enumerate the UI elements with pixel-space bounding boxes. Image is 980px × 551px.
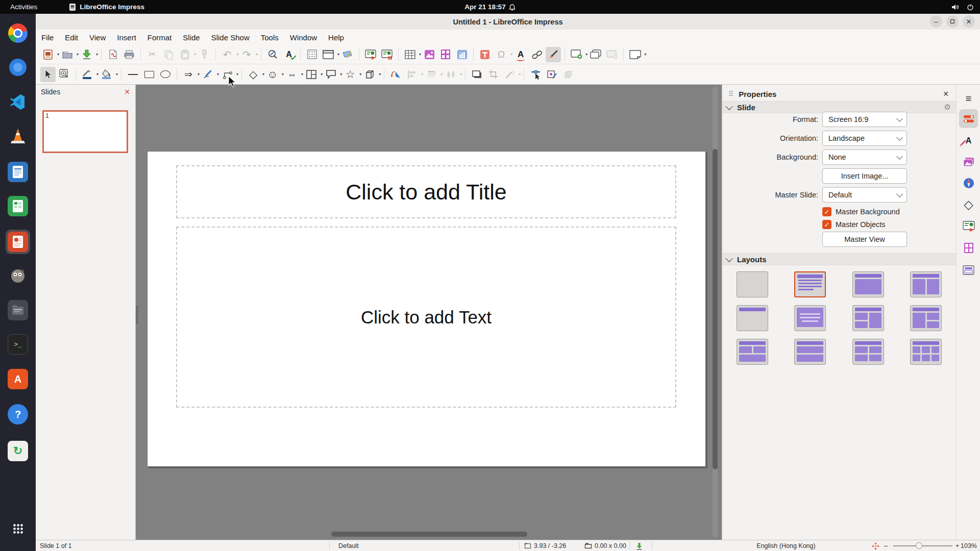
vertical-scrollbar[interactable] [713,87,718,538]
shadow-button[interactable] [469,67,484,82]
menu-format[interactable]: Format [142,30,178,45]
save-dropdown-caret[interactable]: ▾ [96,52,98,57]
edit-points-button[interactable] [528,67,543,82]
layouts-section-header[interactable]: Layouts [722,253,956,265]
minimize-button[interactable]: – [930,15,942,28]
slide-canvas[interactable]: Click to add Title Click to add Text [147,151,706,467]
menu-slide-show[interactable]: Slide Show [206,30,255,45]
menu-help[interactable]: Help [323,30,350,45]
new-presentation-button[interactable] [40,47,56,62]
connectors-button[interactable] [219,67,235,82]
dock-writer-icon[interactable] [6,160,30,184]
slide-properties-button[interactable] [627,47,643,62]
lines-arrows-dropdown-caret[interactable]: ▾ [198,72,200,77]
line-color-button[interactable] [80,67,95,82]
master-background-checkbox-row[interactable]: ✓ Master Background [822,206,900,217]
sidebar-tab-properties[interactable] [959,109,978,128]
slide-thumbnail-1[interactable]: 1 [42,110,128,153]
clock-area[interactable]: Apr 21 18:57 [0,3,980,11]
zoom-slider-track[interactable] [893,545,952,546]
menu-tools[interactable]: Tools [255,30,284,45]
sidebar-menu-button[interactable]: ≡ [959,89,978,108]
master-objects-checkbox-row[interactable]: ✓ Master Objects [822,219,886,230]
sidebar-tab-master-slides[interactable] [959,261,978,280]
callouts-button[interactable] [323,67,338,82]
dock-calc-icon[interactable] [6,194,30,218]
select-tool-button[interactable] [40,67,56,82]
flowchart-dropdown-caret[interactable]: ▾ [321,72,323,77]
layout-thumb-six-content[interactable] [910,339,942,365]
insert-text-box-button[interactable] [477,47,493,62]
sidebar-tab-animation[interactable] [959,238,978,257]
layout-thumb-content-and-two-content[interactable] [910,305,942,331]
vertical-scrollbar-thumb[interactable] [713,149,718,469]
zoom-slider[interactable] [893,540,952,551]
panel-splitter-handle[interactable] [136,306,138,324]
insert-media-button[interactable] [438,47,453,62]
sidebar-tab-gallery[interactable] [959,153,978,171]
zoom-out-button[interactable]: – [884,540,888,551]
show-draw-functions-button[interactable] [546,47,561,62]
insert-table-dropdown-caret[interactable]: ▾ [419,52,421,57]
restore-button[interactable] [946,15,959,28]
master-objects-checkbox[interactable]: ✓ [822,220,831,229]
curves-polygons-button[interactable] [200,67,215,82]
window-title-bar[interactable]: Untitled 1 - LibreOffice Impress – ✕ [36,14,980,30]
dock-help-icon[interactable]: ? [6,402,30,427]
section-settings-gear-icon[interactable]: ⚙ [944,103,951,112]
display-views-button[interactable] [321,47,336,62]
slide-style-status[interactable]: Default [338,540,359,551]
menu-slide[interactable]: Slide [177,30,205,45]
hyperlink-button[interactable] [529,47,545,62]
close-button[interactable]: ✕ [963,15,975,28]
horizontal-scrollbar-thumb[interactable] [331,532,527,537]
fontwork-button[interactable]: A [513,47,528,62]
flowchart-button[interactable] [304,67,319,82]
master-view-button[interactable]: Master View [822,232,907,247]
sidebar-tab-shapes[interactable]: ◇ [959,195,978,214]
start-from-current-slide-button[interactable] [379,47,395,62]
panel-drag-handle-icon[interactable]: ⠿ [728,90,733,98]
power-icon[interactable] [967,4,974,11]
menu-edit[interactable]: Edit [59,30,84,45]
edit-mode-button[interactable] [340,47,355,62]
rectangle-button[interactable] [141,67,157,82]
symbol-shapes-dropdown-caret[interactable]: ▾ [282,72,284,77]
line-color-dropdown-caret[interactable]: ▾ [96,72,99,77]
insert-image-button[interactable] [422,47,437,62]
save-button[interactable] [79,47,94,62]
dock-vscode-icon[interactable] [6,90,30,114]
stars-button[interactable]: ☆ [342,67,358,82]
layout-thumb-title-only[interactable] [737,305,768,331]
dock-show-applications-icon[interactable] [6,516,30,541]
background-dropdown[interactable]: None [822,149,907,165]
slide-properties-dropdown-caret[interactable]: ▾ [644,52,646,57]
layout-thumb-title-content-box[interactable] [852,271,884,297]
slides-panel-close-icon[interactable]: ✕ [124,88,130,96]
new-dropdown-caret[interactable]: ▾ [57,52,59,57]
format-dropdown[interactable]: Screen 16:9 [822,112,907,127]
layout-thumb-title-content-selected[interactable] [794,271,826,297]
fit-slide-icon[interactable] [872,540,879,551]
sidebar-tab-navigator[interactable] [959,173,978,192]
gluepoints-button[interactable] [544,67,559,82]
sidebar-tab-slide-transition[interactable] [959,217,978,236]
text-language-status[interactable]: English (Hong Kong) [735,540,837,551]
basic-shapes-dropdown-caret[interactable]: ▾ [262,72,264,77]
fill-color-button[interactable] [99,67,114,82]
new-slide-dropdown-caret[interactable]: ▾ [585,52,587,57]
3d-objects-dropdown-caret[interactable]: ▾ [379,72,381,77]
open-dropdown-caret[interactable]: ▾ [77,52,79,57]
ellipse-button[interactable] [158,67,173,82]
properties-close-icon[interactable]: ✕ [943,90,949,98]
layout-thumb-title-two-content[interactable] [910,271,942,297]
dock-ubuntu-software-icon[interactable]: A [6,367,30,391]
layout-thumb-content-over-content[interactable] [794,339,826,365]
master-slide-dropdown[interactable]: Default [822,187,907,203]
layout-thumb-two-content-and-content[interactable] [852,305,884,331]
insert-chart-button[interactable] [454,47,470,62]
object-size-status[interactable]: 0.00 x 0.00 [584,540,626,551]
dock-software-updater-icon[interactable]: ↻ [6,439,30,463]
basic-shapes-button[interactable]: ◇ [246,67,261,82]
display-views-dropdown-caret[interactable]: ▾ [337,52,339,57]
